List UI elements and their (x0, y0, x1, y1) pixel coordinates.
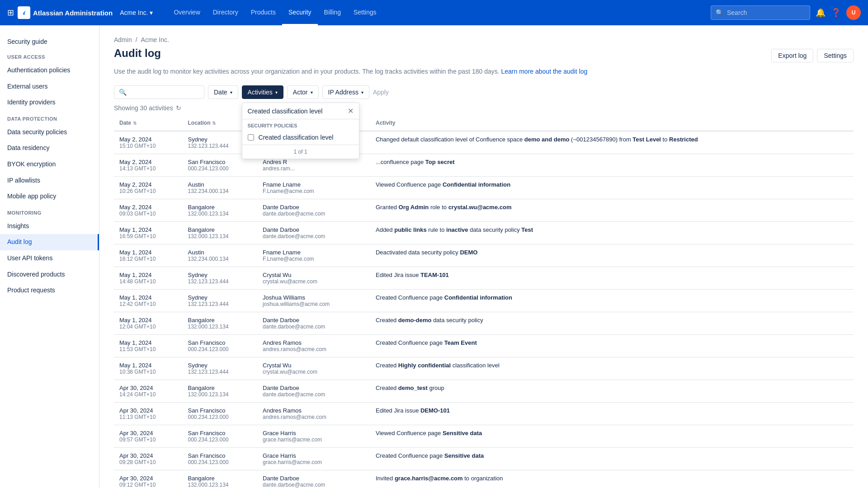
location-city-7: Sydney (188, 294, 252, 301)
cell-activity-9: Created Confluence page Team Event (370, 335, 854, 357)
date-time-10: 10:38 GMT+10 (119, 369, 177, 375)
actor-email-10: crystal.wu@acme.com (263, 369, 365, 375)
actor-name-7: Joshua Williams (263, 294, 365, 301)
sidebar-item-user-api-tokens[interactable]: User API tokens (0, 250, 99, 267)
help-icon[interactable]: ❓ (831, 8, 841, 18)
sidebar-security-guide[interactable]: Security guide (0, 33, 99, 49)
showing-text-label: Showing 30 activities (114, 104, 173, 112)
sidebar: Security guide USER ACCESS Authenticatio… (0, 25, 99, 488)
cell-activity-1: ...confluence page Top secret (370, 154, 854, 177)
dropdown-item-label: Created classification level (259, 134, 334, 141)
sidebar-item-ip-allowlists[interactable]: IP allowlists (0, 173, 99, 189)
actor-name-4: Dante Darboe (263, 226, 365, 233)
sidebar-section-user-access: USER ACCESS (0, 49, 99, 62)
breadcrumb-org[interactable]: Acme Inc. (141, 36, 169, 43)
col-activity: Activity (370, 115, 854, 131)
cell-date-6: May 1, 2024 14:48 GMT+10 (114, 267, 182, 290)
page-actions: Export log Settings (771, 49, 854, 62)
sidebar-item-byok[interactable]: BYOK encryption (0, 156, 99, 173)
location-sort-icon[interactable]: ⇅ (212, 121, 216, 126)
col-date: Date⇅ (114, 115, 182, 131)
actor-email-9: andres.ramos@acme.com (263, 346, 365, 352)
nav-overview[interactable]: Overview (167, 0, 206, 25)
breadcrumb-admin[interactable]: Admin (114, 36, 132, 43)
avatar[interactable]: U (846, 5, 861, 20)
sidebar-item-auth-policies[interactable]: Authentication policies (0, 62, 99, 79)
cell-date-9: May 1, 2024 11:53 GMT+10 (114, 335, 182, 357)
nav-left: ⊞ Atlassian Administration (7, 6, 113, 19)
date-time-12: 11:13 GMT+10 (119, 414, 177, 420)
activities-filter-button[interactable]: Activities ▾ (242, 85, 283, 99)
nav-security[interactable]: Security (282, 0, 318, 25)
nav-settings[interactable]: Settings (347, 0, 383, 25)
nav-billing[interactable]: Billing (318, 0, 347, 25)
sidebar-item-external-users[interactable]: External users (0, 79, 99, 95)
apply-button[interactable]: Apply (373, 89, 389, 96)
refresh-icon[interactable]: ↻ (176, 104, 181, 112)
logo-mark (18, 6, 30, 19)
actor-filter-button[interactable]: Actor ▾ (287, 85, 319, 99)
main-content: Admin / Acme Inc. Audit log Export log S… (99, 25, 868, 488)
filter-search-box[interactable]: 🔍 (114, 85, 204, 99)
sidebar-item-insights[interactable]: Insights (0, 218, 99, 235)
learn-more-link[interactable]: Learn more about the audit log (501, 68, 588, 75)
dropdown-item-classification[interactable]: Created classification level (242, 130, 359, 145)
date-main-8: May 1, 2024 (119, 317, 177, 324)
date-main-7: May 1, 2024 (119, 294, 177, 301)
export-log-button[interactable]: Export log (771, 49, 813, 62)
audit-log-table: Date⇅ Location⇅ Actor⇅ Activity May 2, 2… (114, 115, 854, 488)
page-title: Audit log (114, 47, 161, 60)
cell-actor-11: Dante Darboe dante.darboe@acme.com (257, 380, 370, 403)
date-main-15: Apr 30, 2024 (119, 475, 177, 482)
showing-count: Showing 30 activities ↻ (114, 104, 854, 112)
date-sort-icon[interactable]: ⇅ (133, 121, 137, 126)
sidebar-item-data-security[interactable]: Data security policies (0, 124, 99, 141)
cell-activity-15: Invited grace.harris@acme.com to organiz… (370, 470, 854, 488)
grid-icon[interactable]: ⊞ (7, 8, 14, 18)
ip-address-filter-button[interactable]: IP Address ▾ (322, 85, 369, 99)
search-box[interactable]: 🔍 (711, 5, 810, 20)
table-row: May 1, 2024 10:38 GMT+10 Sydney 132.123.… (114, 357, 854, 380)
sidebar-item-discovered-products[interactable]: Discovered products (0, 267, 99, 283)
sidebar-item-data-residency[interactable]: Data residency (0, 140, 99, 156)
date-time-3: 09:03 GMT+10 (119, 211, 177, 217)
notification-icon[interactable]: 🔔 (816, 8, 826, 18)
nav-directory[interactable]: Directory (207, 0, 245, 25)
dropdown-pagination: 1 of 1 (242, 145, 359, 159)
search-input[interactable] (727, 9, 805, 16)
actor-name-15: Dante Darboe (263, 475, 365, 482)
org-selector[interactable]: Acme Inc. ▾ (120, 9, 153, 16)
filter-search-input[interactable] (130, 89, 199, 96)
location-ip-5: 132.234.000.134 (188, 256, 252, 262)
table-row: May 1, 2024 16:12 GMT+10 Austin 132.234.… (114, 244, 854, 267)
location-city-14: San Francisco (188, 452, 252, 459)
location-city-10: Sydney (188, 362, 252, 369)
actor-email-11: dante.darboe@acme.com (263, 391, 365, 398)
sidebar-item-product-requests[interactable]: Product requests (0, 282, 99, 299)
sidebar-item-mobile-policy[interactable]: Mobile app policy (0, 188, 99, 205)
location-city-3: Bangalore (188, 204, 252, 211)
actor-email-7: joshua.williams@acme.com (263, 301, 365, 307)
cell-date-3: May 2, 2024 09:03 GMT+10 (114, 199, 182, 222)
date-time-4: 16:59 GMT+10 (119, 233, 177, 239)
dropdown-search-input[interactable] (248, 108, 344, 115)
sidebar-item-identity-providers[interactable]: Identity providers (0, 94, 99, 111)
ip-address-filter-label: IP Address (328, 89, 359, 96)
actor-email-4: dante.darboe@acme.com (263, 233, 365, 239)
actor-email-14: grace.harris@acme.com (263, 459, 365, 465)
nav-products[interactable]: Products (245, 0, 282, 25)
dropdown-clear-icon[interactable]: ✕ (348, 107, 354, 115)
cell-actor-4: Dante Darboe dante.darboe@acme.com (257, 222, 370, 244)
actor-email-8: dante.darboe@acme.com (263, 324, 365, 330)
table-row: May 2, 2024 10:26 GMT+10 Austin 132.234.… (114, 177, 854, 199)
settings-button[interactable]: Settings (817, 49, 854, 62)
location-ip-14: 000.234.123.000 (188, 459, 252, 465)
sidebar-item-audit-log[interactable]: Audit log (0, 234, 99, 250)
date-filter-button[interactable]: Date ▾ (208, 85, 238, 99)
date-chevron-icon: ▾ (230, 90, 232, 95)
dropdown-item-checkbox[interactable] (248, 134, 254, 141)
cell-actor-14: Grace Harris grace.harris@acme.com (257, 448, 370, 470)
cell-date-2: May 2, 2024 10:26 GMT+10 (114, 177, 182, 199)
actor-email-13: grace.harris@acme.com (263, 436, 365, 443)
cell-actor-7: Joshua Williams joshua.williams@acme.com (257, 290, 370, 312)
